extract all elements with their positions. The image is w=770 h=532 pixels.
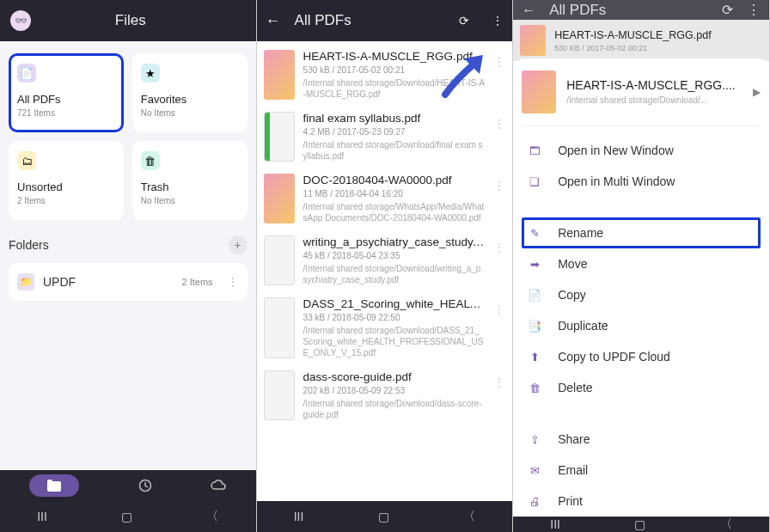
- task-cloud-icon[interactable]: [211, 480, 226, 492]
- system-navbar: III ▢ 〈: [0, 501, 256, 532]
- file-row[interactable]: writing_a_psychiatry_case_study.... 45 k…: [264, 235, 506, 285]
- file-thumb: [264, 112, 295, 162]
- menu-item-share[interactable]: ⇪ Share: [522, 424, 761, 455]
- panel-files: 👓 Files 📄 All PDFs 721 Items ★ Favorites…: [0, 0, 257, 532]
- sheet-header[interactable]: HEART-IS-A-MUSCLE_RGG.... /Internal shar…: [522, 70, 761, 126]
- menu-item-copy-to-updf-cloud[interactable]: ⬆ Copy to UPDF Cloud: [522, 341, 761, 372]
- file-menu-icon[interactable]: ⋮: [493, 297, 505, 358]
- nav-recents-icon[interactable]: III: [37, 510, 47, 523]
- menu-label: Print: [558, 494, 583, 508]
- tile-count: No Items: [141, 108, 239, 118]
- file-path: /Internal shared storage/Download/dass-s…: [303, 398, 486, 420]
- tile-name: Unsorted: [17, 180, 115, 193]
- nav-back-icon[interactable]: 〈: [463, 509, 475, 524]
- category-tile-all-pdfs[interactable]: 📄 All PDFs 721 Items: [9, 53, 124, 132]
- category-tile-unsorted[interactable]: 🗂 Unsorted 2 Items: [9, 141, 124, 220]
- file-menu-icon[interactable]: ⋮: [493, 235, 505, 285]
- back-icon[interactable]: ←: [522, 3, 535, 18]
- menu-item-delete[interactable]: 🗑 Delete: [522, 372, 761, 403]
- file-menu-icon[interactable]: ⋮: [493, 370, 505, 420]
- menu-item-copy[interactable]: 📄 Copy: [522, 279, 761, 310]
- tile-icon: 📄: [17, 64, 36, 83]
- menu-label: Copy to UPDF Cloud: [558, 350, 670, 364]
- menu-label: Open in New Window: [558, 144, 674, 157]
- nav-back-icon[interactable]: 〈: [206, 509, 218, 524]
- app-taskbar: [0, 470, 256, 501]
- menu-item-move[interactable]: ➡ Move: [522, 248, 761, 279]
- file-thumb: [522, 70, 556, 113]
- menu-label: Open in Multi Window: [558, 174, 675, 188]
- menu-item-print[interactable]: 🖨 Print: [522, 486, 761, 517]
- panel-allpdfs: ← All PDFs ⟳ ⋮ HEART-IS-A-MUSCLE_RGG.pdf…: [257, 0, 514, 532]
- menu-icon: 📄: [527, 287, 542, 303]
- tile-count: No Items: [141, 196, 239, 205]
- menu-icon: ➡: [527, 256, 542, 272]
- menu-icon: 📑: [527, 318, 542, 333]
- ctx-dim-row: HEART-IS-A-MUSCLE_RGG.pdf 530 KB / 2017-…: [513, 20, 769, 61]
- tile-icon: ★: [141, 64, 160, 83]
- file-row[interactable]: dass-score-guide.pdf 202 kB / 2018-05-09…: [264, 370, 506, 420]
- menu-item-email[interactable]: ✉ Email: [522, 455, 761, 486]
- nav-recents-icon[interactable]: III: [294, 510, 304, 523]
- menu-item-open-in-new-window[interactable]: 🗔 Open in New Window: [522, 135, 761, 166]
- nav-recents-icon[interactable]: III: [550, 517, 560, 531]
- add-folder-button[interactable]: +: [229, 235, 248, 254]
- sheet-file-path: /Internal shared storage/Download/...: [566, 95, 742, 106]
- file-thumb: [520, 25, 546, 56]
- tile-name: Trash: [141, 180, 239, 193]
- file-meta: 11 MB / 2018-04-04 16:20: [303, 189, 486, 199]
- file-name: dass-score-guide.pdf: [303, 370, 486, 383]
- file-name: final exam syllabus.pdf: [303, 112, 486, 125]
- file-row[interactable]: final exam syllabus.pdf 4.2 MB / 2017-05…: [264, 112, 506, 162]
- folder-menu-icon[interactable]: ⋮: [227, 275, 239, 289]
- tile-icon: 🗂: [17, 151, 36, 170]
- task-recent-icon[interactable]: [138, 479, 152, 492]
- category-tile-trash[interactable]: 🗑 Trash No Items: [132, 141, 248, 220]
- file-thumb: [264, 297, 295, 358]
- menu-label: Duplicate: [558, 319, 608, 333]
- file-thumb: [264, 174, 295, 223]
- folder-icon: 📁: [17, 273, 34, 290]
- system-navbar: III ▢ 〈: [513, 517, 769, 532]
- category-grid: 📄 All PDFs 721 Items ★ Favorites No Item…: [9, 53, 248, 220]
- file-thumb: [264, 235, 295, 285]
- nav-home-icon[interactable]: ▢: [634, 517, 645, 531]
- file-name: DOC-20180404-WA0000.pdf: [303, 174, 486, 187]
- menu-item-open-in-multi-window[interactable]: ❏ Open in Multi Window: [522, 166, 761, 197]
- menu-group-file-ops: ✎ Rename ➡ Move 📄 Copy 📑 Duplicate ⬆ Cop…: [522, 209, 761, 403]
- file-row[interactable]: DASS_21_Scoring_white_HEALTH... 33 kB / …: [264, 297, 506, 358]
- file-list: HEART-IS-A-MUSCLE_RGG.pdf 530 kB / 2017-…: [257, 41, 513, 501]
- file-row[interactable]: DOC-20180404-WA0000.pdf 11 MB / 2018-04-…: [264, 174, 506, 223]
- tile-name: All PDFs: [17, 93, 115, 106]
- ctx-title: All PDFs: [549, 2, 708, 19]
- files-header: 👓 Files: [0, 0, 256, 41]
- back-icon[interactable]: ←: [266, 12, 281, 30]
- action-sheet: HEART-IS-A-MUSCLE_RGG.... /Internal shar…: [513, 58, 769, 517]
- menu-label: Rename: [558, 226, 603, 240]
- menu-icon: ⇪: [527, 431, 542, 447]
- overflow-icon[interactable]: ⋮: [747, 2, 761, 18]
- refresh-icon[interactable]: ⟳: [459, 14, 469, 28]
- menu-label: Delete: [558, 381, 592, 394]
- menu-item-rename[interactable]: ✎ Rename: [522, 217, 761, 248]
- file-menu-icon[interactable]: ⋮: [493, 50, 505, 100]
- folders-section-header: Folders +: [9, 235, 248, 254]
- folder-row[interactable]: 📁 UPDF 2 Items ⋮: [9, 263, 248, 301]
- task-files[interactable]: [29, 474, 79, 497]
- file-path: /Internal shared storage/Download/final …: [303, 139, 486, 162]
- tile-icon: 🗑: [141, 151, 160, 170]
- nav-home-icon[interactable]: ▢: [121, 510, 132, 523]
- overflow-icon[interactable]: ⋮: [492, 14, 504, 28]
- nav-home-icon[interactable]: ▢: [378, 510, 389, 523]
- menu-item-duplicate[interactable]: 📑 Duplicate: [522, 310, 761, 341]
- category-tile-favorites[interactable]: ★ Favorites No Items: [132, 53, 248, 132]
- file-menu-icon[interactable]: ⋮: [493, 174, 505, 223]
- menu-group-open: 🗔 Open in New Window ❏ Open in Multi Win…: [522, 126, 761, 197]
- file-name: DASS_21_Scoring_white_HEALTH...: [303, 297, 486, 310]
- file-meta: 4.2 MB / 2017-05-23 09:27: [303, 127, 486, 137]
- nav-back-icon[interactable]: 〈: [720, 517, 732, 532]
- refresh-icon[interactable]: ⟳: [722, 2, 733, 18]
- sheet-file-name: HEART-IS-A-MUSCLE_RGG....: [566, 78, 742, 92]
- file-menu-icon[interactable]: ⋮: [493, 112, 505, 162]
- tile-count: 721 Items: [17, 108, 115, 118]
